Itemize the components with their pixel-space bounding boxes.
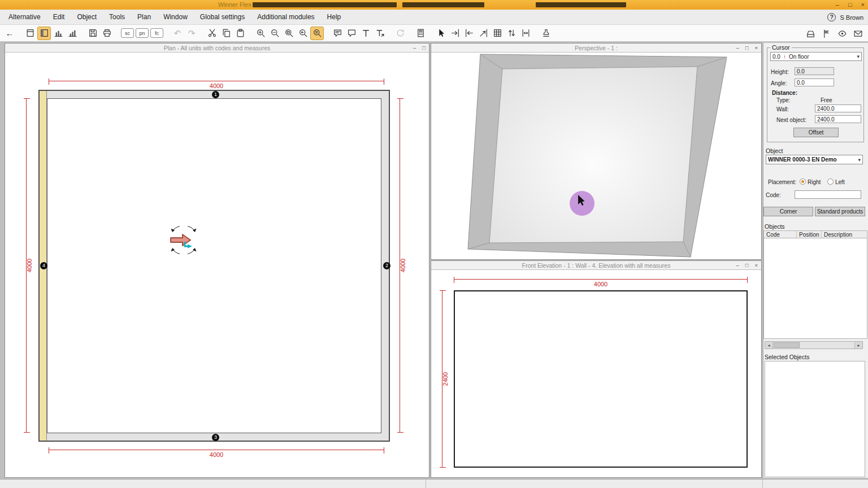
- elevation-window-titlebar[interactable]: Front Elevation - 1 : Wall - 4. Elevatio…: [431, 261, 761, 270]
- code-input[interactable]: [795, 190, 861, 199]
- plan-minimize-button[interactable]: –: [413, 43, 416, 53]
- wall-distance-label: Wall:: [776, 106, 789, 112]
- redacted-text: [253, 2, 397, 7]
- column-position[interactable]: Position: [797, 231, 822, 238]
- object-catalog-dropdown[interactable]: WINNER 0000-3 EN Demo ▾: [766, 155, 863, 164]
- menu-help[interactable]: Help: [321, 10, 348, 24]
- objects-list[interactable]: [763, 238, 867, 339]
- perspective-window-titlebar[interactable]: Perspective - 1 : – □ ×: [431, 43, 761, 53]
- tray-icon[interactable]: [804, 27, 817, 40]
- back-button[interactable]: ←: [3, 27, 16, 40]
- redacted-text: [536, 2, 626, 7]
- stamp-button[interactable]: [539, 27, 553, 40]
- text-button[interactable]: [359, 27, 372, 40]
- flag-icon[interactable]: [819, 27, 833, 40]
- pointer-tool-button[interactable]: [434, 27, 448, 40]
- plan-maximize-button[interactable]: □: [422, 43, 426, 53]
- zoom-previous-button[interactable]: [296, 27, 310, 40]
- move-updown-button[interactable]: [505, 27, 518, 40]
- text-label-button[interactable]: [373, 27, 387, 40]
- user-name[interactable]: S Brown: [840, 14, 863, 21]
- place-angle-button[interactable]: [476, 27, 490, 40]
- elevation-minimize-button[interactable]: –: [736, 261, 739, 270]
- preview-eye-icon[interactable]: [835, 27, 849, 40]
- objects-scrollbar[interactable]: ◂ ▸: [765, 341, 863, 349]
- object-catalog-value: WINNER 0000-3 EN Demo: [768, 156, 837, 163]
- cut-button[interactable]: [205, 27, 219, 40]
- menu-additional-modules[interactable]: Additional modules: [251, 10, 320, 24]
- new-plan-button[interactable]: [23, 27, 37, 40]
- view-rows-button[interactable]: [66, 27, 79, 40]
- paste-button[interactable]: [233, 27, 247, 40]
- placement-right-radio[interactable]: [800, 178, 806, 185]
- window-maximize-button[interactable]: □: [848, 0, 852, 10]
- wall-badge-2: 2: [383, 262, 390, 269]
- calculator-button[interactable]: [414, 27, 427, 40]
- toggle-panel-button[interactable]: [37, 27, 51, 40]
- selected-objects-list[interactable]: [765, 361, 865, 477]
- placement-label: Placement:: [768, 179, 796, 185]
- scroll-thumb[interactable]: [774, 342, 800, 348]
- menu-window[interactable]: Window: [157, 10, 194, 24]
- elevation-close-button[interactable]: ×: [754, 261, 758, 270]
- placement-left-label: Left: [835, 179, 845, 185]
- menu-plan[interactable]: Plan: [131, 10, 157, 24]
- pn-button[interactable]: pn: [136, 28, 149, 38]
- note-button[interactable]: [345, 27, 358, 40]
- zoom-window-button[interactable]: [282, 27, 296, 40]
- elevation-maximize-button[interactable]: □: [745, 261, 749, 270]
- grid-button[interactable]: [491, 27, 504, 40]
- refresh-button[interactable]: [393, 27, 407, 40]
- menu-object[interactable]: Object: [71, 10, 103, 24]
- perspective-canvas[interactable]: [431, 53, 761, 259]
- angle-input[interactable]: [795, 79, 834, 86]
- wall-measure-button[interactable]: [519, 27, 532, 40]
- menu-alternative[interactable]: Alternative: [2, 10, 47, 24]
- zoom-in-button[interactable]: [254, 27, 267, 40]
- room-walls[interactable]: [38, 90, 390, 442]
- corner-button[interactable]: Corner: [763, 207, 813, 216]
- code-label: Code:: [766, 192, 781, 198]
- window-minimize-button[interactable]: –: [836, 0, 839, 10]
- redo-button[interactable]: ↷: [185, 27, 198, 40]
- sc-button[interactable]: sc: [121, 28, 134, 38]
- perspective-close-button[interactable]: ×: [754, 43, 758, 53]
- help-icon[interactable]: ?: [827, 13, 836, 21]
- wall-distance-input[interactable]: [815, 104, 861, 112]
- offset-button[interactable]: Offset: [793, 128, 839, 137]
- window-close-button[interactable]: ×: [861, 0, 865, 10]
- undo-button[interactable]: ↶: [171, 27, 184, 40]
- zoom-all-button[interactable]: [310, 27, 324, 40]
- placement-left-radio[interactable]: [827, 178, 834, 185]
- elevation-canvas[interactable]: 4000 2400: [431, 270, 761, 477]
- print-button[interactable]: [100, 27, 114, 40]
- room-floor[interactable]: [47, 98, 381, 433]
- standard-products-button[interactable]: Standard products: [815, 207, 865, 216]
- mail-icon[interactable]: [851, 27, 865, 40]
- height-input[interactable]: [795, 67, 834, 75]
- zoom-out-button[interactable]: [268, 27, 281, 40]
- next-object-input[interactable]: [815, 115, 861, 123]
- perspective-maximize-button[interactable]: □: [745, 43, 749, 53]
- save-button[interactable]: [86, 27, 99, 40]
- scroll-right-arrow[interactable]: ▸: [854, 342, 862, 348]
- column-code[interactable]: Code: [764, 231, 797, 238]
- column-description[interactable]: Description: [822, 231, 867, 238]
- comment-button[interactable]: [331, 27, 344, 40]
- floor-arrow-icon: ↑: [783, 54, 786, 60]
- scroll-left-arrow[interactable]: ◂: [765, 342, 773, 348]
- cursor-group: Cursor 0.0 ↑ On floor ▾ Height: Angle: D…: [767, 47, 864, 142]
- plan-canvas[interactable]: 4000 4000 4000 4000 1 2 3 4: [5, 53, 429, 477]
- copy-button[interactable]: [219, 27, 233, 40]
- perspective-minimize-button[interactable]: –: [736, 43, 739, 53]
- menu-tools[interactable]: Tools: [103, 10, 131, 24]
- menu-global-settings[interactable]: Global settings: [194, 10, 251, 24]
- place-against-wall-button[interactable]: [448, 27, 462, 40]
- place-from-wall-button[interactable]: [462, 27, 476, 40]
- menu-edit[interactable]: Edit: [47, 10, 71, 24]
- fc-button[interactable]: fc: [150, 28, 163, 38]
- view-columns-button[interactable]: [51, 27, 65, 40]
- cursor-position-dropdown[interactable]: 0.0 ↑ On floor ▾: [770, 52, 862, 61]
- plan-window-titlebar[interactable]: Plan - All units with codes and measures…: [5, 43, 429, 53]
- perspective-window: Perspective - 1 : – □ ×: [431, 43, 762, 260]
